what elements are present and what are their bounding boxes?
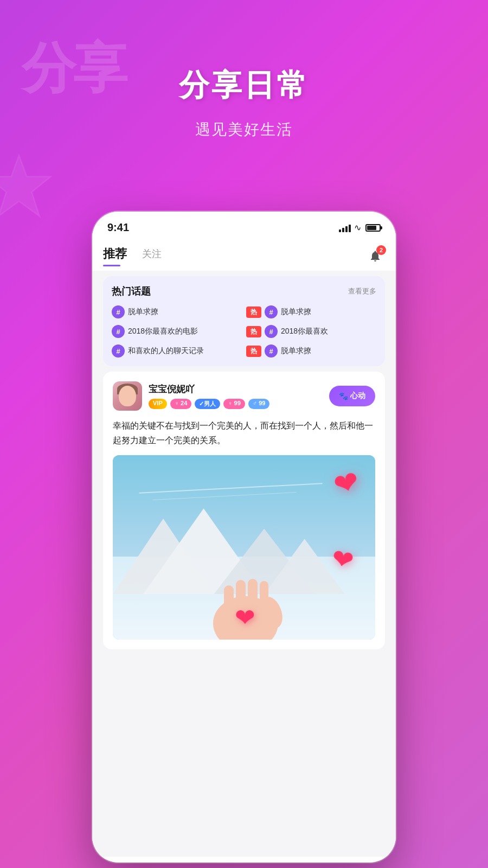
hot-topics-more[interactable]: 查看更多 bbox=[348, 286, 376, 296]
tag-gender: ♀ 24 bbox=[170, 399, 192, 409]
topic-item-5[interactable]: # 和喜欢的人的聊天记录 bbox=[112, 344, 242, 358]
topic-item-3[interactable]: # 2018你最喜欢的电影 bbox=[112, 325, 242, 338]
bell-button[interactable]: ⚬ 2 bbox=[365, 246, 385, 266]
main-title: 分享日常 bbox=[0, 65, 488, 106]
topic-text-1: 脱单求撩 bbox=[128, 307, 158, 317]
tab-recommended[interactable]: 推荐 bbox=[103, 246, 127, 266]
topic-item-4[interactable]: 热 # 2018你最喜欢 bbox=[246, 325, 376, 338]
hash-icon-4: # bbox=[265, 325, 278, 338]
svg-marker-0 bbox=[0, 156, 51, 216]
phone-mockup: 9:41 ∿ 推荐 关注 ⚬ 2 bbox=[92, 212, 396, 863]
bell-badge: 2 bbox=[376, 245, 386, 255]
app-content: 推荐 关注 ⚬ 2 热门话题 查看更多 # 脱单求撩 bbox=[92, 238, 396, 857]
tag-score-female: ♀ 99 bbox=[223, 399, 245, 409]
tag-score-male: ♂ 99 bbox=[248, 399, 270, 409]
topic-item-1[interactable]: # 脱单求撩 bbox=[112, 305, 242, 318]
mountain-background: ❤ bbox=[113, 455, 375, 640]
post-content-text: 幸福的关键不在与找到一个完美的人，而在找到一个人，然后和他一起努力建立一个完美的… bbox=[113, 418, 375, 448]
heart-button-icon: 🐾 bbox=[339, 392, 348, 400]
tag-vip: VIP bbox=[149, 399, 167, 409]
status-bar: 9:41 ∿ bbox=[92, 212, 396, 238]
post-header: 宝宝倪妮吖 VIP ♀ 24 ✓男人 ♀ 99 ♂ 99 🐾 心动 bbox=[113, 381, 375, 411]
hot-badge-2: 热 bbox=[246, 326, 261, 337]
post-username: 宝宝倪妮吖 bbox=[149, 383, 329, 395]
topic-text-5: 和喜欢的人的聊天记录 bbox=[128, 346, 204, 356]
signal-icon bbox=[339, 224, 351, 232]
topic-text-6: 脱单求撩 bbox=[281, 346, 311, 356]
wifi-icon: ∿ bbox=[354, 222, 361, 233]
topic-text-3: 2018你最喜欢的电影 bbox=[128, 327, 198, 336]
tag-match: ✓男人 bbox=[195, 399, 220, 409]
status-icons: ∿ bbox=[339, 222, 381, 233]
status-time: 9:41 bbox=[107, 221, 129, 234]
topic-row-2: # 2018你最喜欢的电影 热 # 2018你最喜欢 bbox=[112, 325, 376, 338]
hot-topics-card: 热门话题 查看更多 # 脱单求撩 热 # 脱单求撩 # 2018你 bbox=[103, 276, 385, 366]
battery-icon bbox=[365, 224, 381, 232]
post-card: 宝宝倪妮吖 VIP ♀ 24 ✓男人 ♀ 99 ♂ 99 🐾 心动 幸福的关键 bbox=[103, 372, 385, 649]
svg-rect-7 bbox=[224, 585, 234, 618]
post-user-info: 宝宝倪妮吖 VIP ♀ 24 ✓男人 ♀ 99 ♂ 99 bbox=[149, 383, 329, 409]
hash-icon-3: # bbox=[112, 325, 125, 338]
topic-row-3: # 和喜欢的人的聊天记录 热 # 脱单求撩 bbox=[112, 344, 376, 358]
hand-heart-image: ❤ bbox=[191, 542, 300, 640]
header-section: 分享日常 遇见美好生活 bbox=[0, 0, 488, 140]
post-image: ❤ bbox=[113, 455, 375, 640]
topic-text-2: 脱单求撩 bbox=[281, 307, 311, 317]
hot-badge-3: 热 bbox=[246, 346, 261, 357]
decorative-star bbox=[0, 152, 54, 222]
hash-icon-1: # bbox=[112, 305, 125, 318]
heart-button[interactable]: 🐾 心动 bbox=[329, 386, 375, 406]
hash-icon-6: # bbox=[265, 344, 278, 358]
hot-badge-1: 热 bbox=[246, 307, 261, 318]
tab-following[interactable]: 关注 bbox=[142, 247, 162, 265]
hash-icon-5: # bbox=[112, 344, 125, 358]
svg-text:❤: ❤ bbox=[235, 604, 255, 631]
heart-button-label: 心动 bbox=[350, 391, 365, 401]
post-tags: VIP ♀ 24 ✓男人 ♀ 99 ♂ 99 bbox=[149, 399, 329, 409]
topic-text-4: 2018你最喜欢 bbox=[281, 327, 328, 336]
subtitle: 遇见美好生活 bbox=[0, 119, 488, 140]
topic-row-1: # 脱单求撩 热 # 脱单求撩 bbox=[112, 305, 376, 318]
tab-bar: 推荐 关注 ⚬ 2 bbox=[92, 238, 396, 271]
hot-topics-title: 热门话题 bbox=[112, 285, 151, 298]
avatar bbox=[113, 381, 142, 411]
topic-item-2[interactable]: 热 # 脱单求撩 bbox=[246, 305, 376, 318]
svg-rect-10 bbox=[260, 581, 268, 614]
topic-item-6[interactable]: 热 # 脱单求撩 bbox=[246, 344, 376, 358]
hot-topics-header: 热门话题 查看更多 bbox=[112, 285, 376, 298]
hash-icon-2: # bbox=[265, 305, 278, 318]
